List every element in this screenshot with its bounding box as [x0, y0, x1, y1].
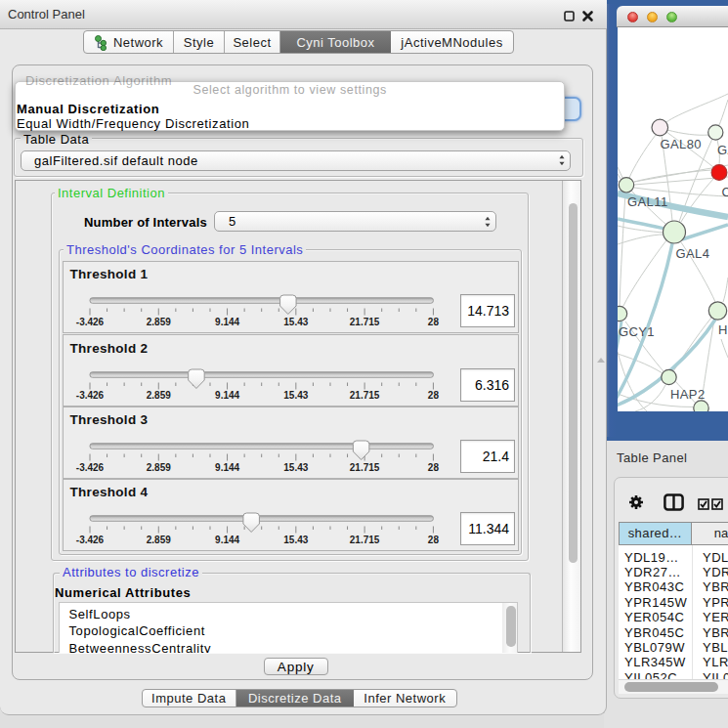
- svg-text:C: C: [722, 185, 728, 199]
- svg-text:GA: GA: [717, 143, 728, 157]
- svg-text:HAP2: HAP2: [670, 387, 706, 402]
- svg-text:HI: HI: [718, 322, 728, 337]
- svg-text:GAL4: GAL4: [676, 246, 710, 261]
- svg-text:GCY1: GCY1: [619, 324, 655, 339]
- svg-text:GAL80: GAL80: [661, 137, 702, 151]
- svg-text:GAL11: GAL11: [627, 194, 668, 209]
